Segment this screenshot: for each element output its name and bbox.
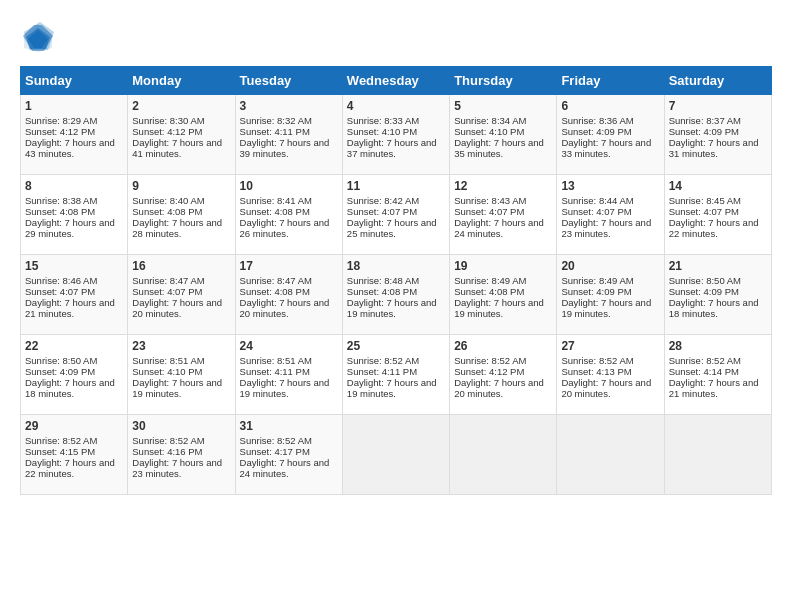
sunrise: Sunrise: 8:49 AM	[454, 275, 526, 286]
calendar-cell: 16Sunrise: 8:47 AMSunset: 4:07 PMDayligh…	[128, 255, 235, 335]
sunrise: Sunrise: 8:50 AM	[669, 275, 741, 286]
sunrise: Sunrise: 8:51 AM	[132, 355, 204, 366]
sunrise: Sunrise: 8:52 AM	[132, 435, 204, 446]
sunset: Sunset: 4:10 PM	[454, 126, 524, 137]
daylight: Daylight: 7 hours and 19 minutes.	[454, 297, 544, 319]
day-number: 17	[240, 259, 338, 273]
sunset: Sunset: 4:07 PM	[25, 286, 95, 297]
sunset: Sunset: 4:08 PM	[240, 206, 310, 217]
calendar-cell: 24Sunrise: 8:51 AMSunset: 4:11 PMDayligh…	[235, 335, 342, 415]
sunset: Sunset: 4:10 PM	[132, 366, 202, 377]
daylight: Daylight: 7 hours and 19 minutes.	[132, 377, 222, 399]
daylight: Daylight: 7 hours and 43 minutes.	[25, 137, 115, 159]
day-number: 1	[25, 99, 123, 113]
daylight: Daylight: 7 hours and 39 minutes.	[240, 137, 330, 159]
calendar-cell: 2Sunrise: 8:30 AMSunset: 4:12 PMDaylight…	[128, 95, 235, 175]
calendar-cell: 22Sunrise: 8:50 AMSunset: 4:09 PMDayligh…	[21, 335, 128, 415]
calendar-cell: 1Sunrise: 8:29 AMSunset: 4:12 PMDaylight…	[21, 95, 128, 175]
sunset: Sunset: 4:09 PM	[669, 286, 739, 297]
day-number: 11	[347, 179, 445, 193]
day-number: 9	[132, 179, 230, 193]
calendar-cell: 21Sunrise: 8:50 AMSunset: 4:09 PMDayligh…	[664, 255, 771, 335]
sunset: Sunset: 4:09 PM	[669, 126, 739, 137]
sunset: Sunset: 4:07 PM	[132, 286, 202, 297]
daylight: Daylight: 7 hours and 21 minutes.	[669, 377, 759, 399]
day-header-friday: Friday	[557, 67, 664, 95]
calendar-week-5: 29Sunrise: 8:52 AMSunset: 4:15 PMDayligh…	[21, 415, 772, 495]
daylight: Daylight: 7 hours and 19 minutes.	[240, 377, 330, 399]
day-number: 5	[454, 99, 552, 113]
sunrise: Sunrise: 8:52 AM	[347, 355, 419, 366]
day-number: 4	[347, 99, 445, 113]
sunset: Sunset: 4:16 PM	[132, 446, 202, 457]
daylight: Daylight: 7 hours and 29 minutes.	[25, 217, 115, 239]
sunset: Sunset: 4:12 PM	[25, 126, 95, 137]
sunset: Sunset: 4:11 PM	[347, 366, 417, 377]
sunset: Sunset: 4:12 PM	[132, 126, 202, 137]
daylight: Daylight: 7 hours and 24 minutes.	[454, 217, 544, 239]
day-number: 7	[669, 99, 767, 113]
calendar-cell: 27Sunrise: 8:52 AMSunset: 4:13 PMDayligh…	[557, 335, 664, 415]
sunrise: Sunrise: 8:30 AM	[132, 115, 204, 126]
sunset: Sunset: 4:07 PM	[669, 206, 739, 217]
sunrise: Sunrise: 8:36 AM	[561, 115, 633, 126]
sunrise: Sunrise: 8:47 AM	[132, 275, 204, 286]
sunrise: Sunrise: 8:40 AM	[132, 195, 204, 206]
sunset: Sunset: 4:07 PM	[347, 206, 417, 217]
sunset: Sunset: 4:10 PM	[347, 126, 417, 137]
calendar-cell: 14Sunrise: 8:45 AMSunset: 4:07 PMDayligh…	[664, 175, 771, 255]
day-number: 6	[561, 99, 659, 113]
daylight: Daylight: 7 hours and 20 minutes.	[240, 297, 330, 319]
sunrise: Sunrise: 8:42 AM	[347, 195, 419, 206]
sunset: Sunset: 4:13 PM	[561, 366, 631, 377]
calendar-cell	[342, 415, 449, 495]
daylight: Daylight: 7 hours and 20 minutes.	[561, 377, 651, 399]
day-number: 2	[132, 99, 230, 113]
daylight: Daylight: 7 hours and 22 minutes.	[25, 457, 115, 479]
calendar-cell: 11Sunrise: 8:42 AMSunset: 4:07 PMDayligh…	[342, 175, 449, 255]
day-number: 20	[561, 259, 659, 273]
sunrise: Sunrise: 8:29 AM	[25, 115, 97, 126]
sunset: Sunset: 4:17 PM	[240, 446, 310, 457]
logo-icon	[20, 20, 56, 56]
day-header-thursday: Thursday	[450, 67, 557, 95]
daylight: Daylight: 7 hours and 26 minutes.	[240, 217, 330, 239]
daylight: Daylight: 7 hours and 41 minutes.	[132, 137, 222, 159]
calendar-cell: 6Sunrise: 8:36 AMSunset: 4:09 PMDaylight…	[557, 95, 664, 175]
logo	[20, 20, 60, 56]
sunrise: Sunrise: 8:48 AM	[347, 275, 419, 286]
calendar-cell: 10Sunrise: 8:41 AMSunset: 4:08 PMDayligh…	[235, 175, 342, 255]
sunrise: Sunrise: 8:52 AM	[454, 355, 526, 366]
day-number: 25	[347, 339, 445, 353]
sunrise: Sunrise: 8:49 AM	[561, 275, 633, 286]
calendar-cell: 18Sunrise: 8:48 AMSunset: 4:08 PMDayligh…	[342, 255, 449, 335]
sunrise: Sunrise: 8:41 AM	[240, 195, 312, 206]
daylight: Daylight: 7 hours and 25 minutes.	[347, 217, 437, 239]
calendar-cell: 23Sunrise: 8:51 AMSunset: 4:10 PMDayligh…	[128, 335, 235, 415]
sunset: Sunset: 4:09 PM	[561, 286, 631, 297]
calendar-cell: 20Sunrise: 8:49 AMSunset: 4:09 PMDayligh…	[557, 255, 664, 335]
calendar-cell	[557, 415, 664, 495]
daylight: Daylight: 7 hours and 19 minutes.	[347, 297, 437, 319]
calendar-week-2: 8Sunrise: 8:38 AMSunset: 4:08 PMDaylight…	[21, 175, 772, 255]
page-header	[20, 20, 772, 56]
calendar-cell	[450, 415, 557, 495]
sunset: Sunset: 4:11 PM	[240, 366, 310, 377]
day-number: 12	[454, 179, 552, 193]
calendar-table: SundayMondayTuesdayWednesdayThursdayFrid…	[20, 66, 772, 495]
sunset: Sunset: 4:07 PM	[454, 206, 524, 217]
calendar-cell: 8Sunrise: 8:38 AMSunset: 4:08 PMDaylight…	[21, 175, 128, 255]
sunrise: Sunrise: 8:46 AM	[25, 275, 97, 286]
daylight: Daylight: 7 hours and 18 minutes.	[25, 377, 115, 399]
sunset: Sunset: 4:12 PM	[454, 366, 524, 377]
sunset: Sunset: 4:09 PM	[561, 126, 631, 137]
daylight: Daylight: 7 hours and 23 minutes.	[132, 457, 222, 479]
day-number: 27	[561, 339, 659, 353]
daylight: Daylight: 7 hours and 18 minutes.	[669, 297, 759, 319]
calendar-cell: 28Sunrise: 8:52 AMSunset: 4:14 PMDayligh…	[664, 335, 771, 415]
day-number: 26	[454, 339, 552, 353]
day-number: 18	[347, 259, 445, 273]
calendar-cell: 7Sunrise: 8:37 AMSunset: 4:09 PMDaylight…	[664, 95, 771, 175]
daylight: Daylight: 7 hours and 20 minutes.	[454, 377, 544, 399]
sunset: Sunset: 4:15 PM	[25, 446, 95, 457]
